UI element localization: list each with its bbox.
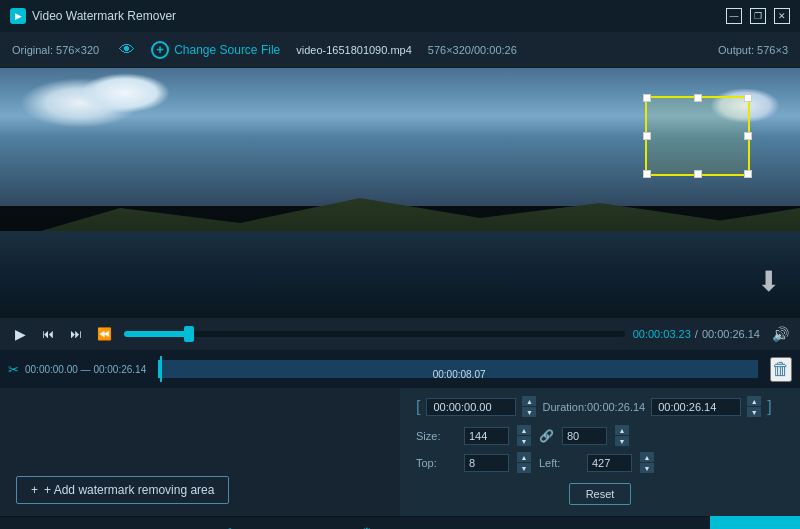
change-source-label: Change Source File [174,43,280,57]
duration-label: Duration:00:00:26.14 [542,401,645,413]
size-label: Size: [416,430,456,442]
left-controls-panel: + + Add watermark removing area [0,388,400,516]
handle-top-right[interactable] [744,94,752,102]
height-down[interactable]: ▼ [615,436,629,446]
top-up[interactable]: ▲ [517,452,531,462]
crop-icon: ✂ [8,362,19,377]
footer-top: Output: video-1651801....Watermark.mp4 ✎… [12,525,788,529]
restore-button[interactable]: ❐ [750,8,766,24]
segment-range-label: 00:00:00.00 — 00:00:26.14 [25,364,146,375]
footer: Output: video-1651801....Watermark.mp4 ✎… [0,516,800,529]
app-icon: ▶ [10,8,26,24]
output-dims: Output: 576×3 [718,44,788,56]
top-label: Top: [416,457,456,469]
width-up[interactable]: ▲ [517,425,531,435]
export-button[interactable]: Export [710,516,800,529]
top-input[interactable] [464,454,509,472]
width-input[interactable] [464,427,509,445]
title-bar: ▶ Video Watermark Remover — ❐ ✕ [0,0,800,32]
water-bg [0,231,800,319]
bracket-right: ] [767,398,771,416]
start-time-spinners: ▲ ▼ [522,396,536,417]
left-input[interactable] [587,454,632,472]
video-area: ⬇ [0,68,800,318]
reset-button[interactable]: Reset [569,483,632,505]
close-button[interactable]: ✕ [774,8,790,24]
volume-button[interactable]: 🔊 [768,322,792,346]
left-up[interactable]: ▲ [640,452,654,462]
handle-mid-left[interactable] [643,132,651,140]
cloud-2 [80,73,170,113]
handle-bottom-mid[interactable] [694,170,702,178]
end-time-down[interactable]: ▼ [747,407,761,417]
current-time: 00:00:03.23 [633,328,691,340]
add-circle-icon: + [151,41,169,59]
handle-bottom-left[interactable] [643,170,651,178]
height-spinners: ▲ ▼ [615,425,629,446]
segment-time-label: 00:00:08.07 [433,369,486,380]
height-up[interactable]: ▲ [615,425,629,435]
plus-icon: + [31,483,38,497]
minimize-button[interactable]: — [726,8,742,24]
end-time-spinners: ▲ ▼ [747,396,761,417]
prev-frame-button[interactable]: ⏮ [36,322,60,346]
start-time-input[interactable] [426,398,516,416]
link-icon: 🔗 [539,429,554,443]
left-spinners: ▲ ▼ [640,452,654,473]
width-spinners: ▲ ▼ [517,425,531,446]
add-watermark-label: + Add watermark removing area [44,483,214,497]
eye-icon[interactable]: 👁 [119,41,135,59]
position-row: Top: ▲ ▼ Left: ▲ ▼ [416,452,784,473]
video-frame: ⬇ [0,68,800,318]
size-row: Size: ▲ ▼ 🔗 ▲ ▼ [416,425,784,446]
segment-delete-button[interactable]: 🗑 [770,357,792,382]
playback-thumb[interactable] [184,326,194,342]
time-range-row: [ ▲ ▼ Duration:00:00:26.14 ▲ ▼ ] [416,396,784,417]
left-label: Left: [539,457,579,469]
skip-back-button[interactable]: ⏪ [92,322,116,346]
video-preview-area: ⬇ [0,68,800,318]
segment-timeline-row: ✂ 00:00:00.00 — 00:00:26.14 00:00:08.07 … [0,350,800,388]
top-down[interactable]: ▼ [517,463,531,473]
width-down[interactable]: ▼ [517,436,531,446]
gear-icon[interactable]: ⚙ [361,525,373,529]
window-controls: — ❐ ✕ [726,8,790,24]
playback-controls-row: ▶ ⏮ ⏭ ⏪ 00:00:03.23 / 00:00:26.14 🔊 [0,318,800,350]
total-time: 00:00:26.14 [702,328,760,340]
handle-top-left[interactable] [643,94,651,102]
end-time-input[interactable] [651,398,741,416]
title-bar-left: ▶ Video Watermark Remover [10,8,176,24]
segment-marker[interactable] [160,356,162,382]
time-slash: / [695,328,698,340]
segment-bar[interactable]: 00:00:08.07 [158,360,758,378]
top-spinners: ▲ ▼ [517,452,531,473]
bracket-left: [ [416,398,420,416]
watermark-selection-box[interactable] [645,96,750,176]
top-bar: Original: 576×320 👁 + Change Source File… [0,32,800,68]
handle-top-mid[interactable] [694,94,702,102]
filename-label: video-1651801090.mp4 [296,44,412,56]
dimensions-label: 576×320/00:00:26 [428,44,517,56]
add-watermark-area-button[interactable]: + + Add watermark removing area [16,476,229,504]
handle-mid-right[interactable] [744,132,752,140]
height-input[interactable] [562,427,607,445]
handle-bottom-right[interactable] [744,170,752,178]
start-time-down[interactable]: ▼ [522,407,536,417]
bottom-section: + + Add watermark removing area [ ▲ ▼ Du… [0,388,800,516]
left-down[interactable]: ▼ [640,463,654,473]
right-controls-panel: [ ▲ ▼ Duration:00:00:26.14 ▲ ▼ ] Size: ▲… [400,388,800,516]
end-time-up[interactable]: ▲ [747,396,761,406]
play-button[interactable]: ▶ [8,322,32,346]
next-frame-button[interactable]: ⏭ [64,322,88,346]
app-title: Video Watermark Remover [32,9,176,23]
change-source-button[interactable]: + Change Source File [151,41,280,59]
start-time-up[interactable]: ▲ [522,396,536,406]
download-arrow-icon: ⬇ [757,265,780,298]
playback-bar[interactable] [124,331,625,337]
original-dims: Original: 576×320 [12,44,99,56]
playback-fill [124,331,189,337]
